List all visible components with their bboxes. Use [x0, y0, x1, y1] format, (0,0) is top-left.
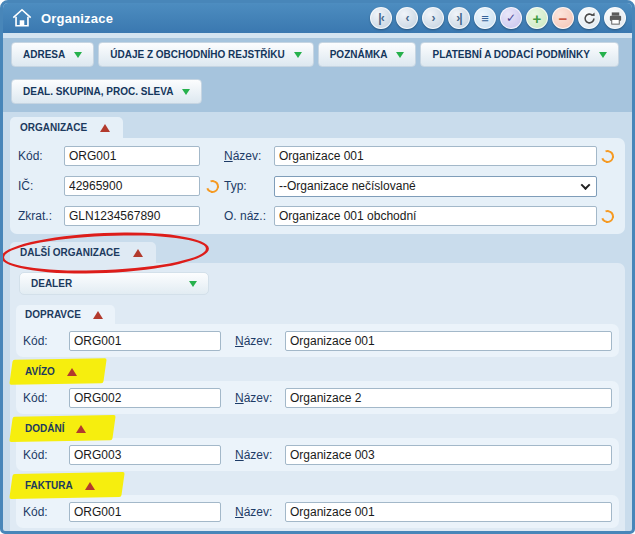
field-row: Kód: Název: — [23, 441, 612, 468]
subsection-avizo-header[interactable]: AVÍZO — [16, 362, 89, 381]
tab-row-1: ADRESA ÚDAJE Z OBCHODNÍHO REJSTŘÍKU POZN… — [3, 38, 632, 67]
section-header-label: DOPRAVCE — [25, 309, 81, 320]
subsection-faktura-panel: Kód: Název: — [16, 495, 619, 528]
subsection-faktura-header[interactable]: FAKTURA — [16, 476, 107, 495]
dealer-dropdown[interactable]: DEALER — [19, 272, 209, 295]
section-header-label: DALŠÍ ORGANIZACE — [20, 247, 120, 258]
chevron-down-icon — [74, 52, 82, 58]
nazev-input[interactable] — [285, 445, 612, 465]
subsection-dopravce-header[interactable]: DOPRAVCE — [16, 305, 115, 324]
chevron-down-icon — [396, 52, 404, 58]
kod-label: Kód: — [23, 448, 69, 462]
subsection-avizo-panel: Kód: Název: — [16, 381, 619, 414]
typ-select[interactable]: --Organizace nečíslované — [274, 176, 597, 197]
organization-window: Organizace |‹ ‹ › ›| ≡ ✓ + − — [0, 0, 635, 534]
collapse-triangle-icon[interactable] — [93, 311, 103, 319]
typ-selected-value: --Organizace nečíslované — [279, 179, 416, 193]
tab-label: ADRESA — [23, 49, 65, 60]
kod-label: Kód: — [23, 334, 69, 348]
tab-platebni-a-dodaci-podminky[interactable]: PLATEBNÍ A DODACÍ PODMÍNKY — [420, 42, 618, 67]
section-header-label: DODÁNÍ — [25, 423, 64, 434]
collapse-triangle-icon[interactable] — [67, 368, 77, 376]
tab-label: PLATEBNÍ A DODACÍ PODMÍNKY — [432, 49, 589, 60]
section-organizace: ORGANIZACE Kód: Název: IČ: Typ: — [10, 117, 625, 234]
subsection-dodani: DODÁNÍ Kód: Název: — [16, 419, 619, 471]
nazev-input[interactable] — [285, 388, 612, 408]
nazev-label: Název: — [235, 391, 285, 405]
section-dalsi-organizace: DALŠÍ ORGANIZACE DEALER DOPRAVCE — [10, 242, 625, 534]
dealer-label: DEALER — [31, 278, 72, 289]
nazev-input[interactable] — [274, 146, 597, 166]
list-button[interactable]: ≡ — [474, 7, 496, 29]
section-dalsi-organizace-header[interactable]: DALŠÍ ORGANIZACE — [10, 242, 156, 263]
nazev-input[interactable] — [285, 502, 612, 522]
sync-icon[interactable] — [203, 177, 220, 194]
home-icon — [11, 7, 33, 29]
tabstrip: ADRESA ÚDAJE Z OBCHODNÍHO REJSTŘÍKU POZN… — [3, 33, 632, 112]
collapse-triangle-icon[interactable] — [76, 425, 86, 433]
onaz-label: O. náz.: — [224, 209, 274, 223]
sync-icon[interactable] — [598, 147, 615, 164]
nazev-label: Název: — [235, 448, 285, 462]
kod-input[interactable] — [69, 388, 221, 408]
subsection-dodani-panel: Kód: Název: — [16, 438, 619, 471]
printer-icon — [608, 11, 623, 26]
page-title: Organizace — [41, 11, 370, 26]
collapse-triangle-icon[interactable] — [100, 124, 110, 132]
subsection-faktura: FAKTURA Kód: Název: — [16, 476, 619, 528]
ic-input[interactable] — [64, 176, 200, 196]
nazev-label: Název: — [235, 505, 285, 519]
kod-label: Kód: — [23, 391, 69, 405]
kod-input[interactable] — [64, 146, 200, 166]
subsection-avizo: AVÍZO Kód: Název: — [16, 362, 619, 414]
section-dalsi-organizace-panel: DEALER DOPRAVCE Kód: Název: — [10, 263, 625, 534]
subsection-dodani-header[interactable]: DODÁNÍ — [16, 419, 98, 438]
chevron-down-icon — [581, 180, 591, 190]
tab-label: ÚDAJE Z OBCHODNÍHO REJSTŘÍKU — [110, 49, 284, 60]
nazev-input[interactable] — [285, 331, 612, 351]
field-row: Kód: Název: — [23, 327, 612, 354]
field-row: Kód: Název: — [23, 384, 612, 411]
refresh-button[interactable] — [578, 7, 600, 29]
tab-label: POZNÁMKA — [330, 49, 388, 60]
content-area: ORGANIZACE Kód: Název: IČ: Typ: — [3, 112, 632, 528]
section-header-label: ORGANIZACE — [20, 122, 87, 133]
field-row: Zkrat.: O. náz.: — [18, 201, 617, 231]
kod-input[interactable] — [69, 445, 221, 465]
chevron-down-icon — [599, 52, 607, 58]
tab-label: DEAL. SKUPINA, PROC. SLEVA — [23, 86, 173, 97]
section-organizace-header[interactable]: ORGANIZACE — [10, 117, 123, 138]
print-button[interactable] — [604, 7, 626, 29]
kod-input[interactable] — [69, 502, 221, 522]
confirm-button[interactable]: ✓ — [500, 7, 522, 29]
section-header-label: FAKTURA — [25, 480, 73, 491]
field-row: IČ: Typ: --Organizace nečíslované — [18, 171, 617, 201]
next-record-button[interactable]: › — [422, 7, 444, 29]
typ-label: Typ: — [224, 179, 274, 193]
tab-poznamka[interactable]: POZNÁMKA — [318, 42, 417, 67]
zkrat-input[interactable] — [64, 206, 200, 226]
first-record-button[interactable]: |‹ — [370, 7, 392, 29]
tab-deal-skupina-proc-sleva[interactable]: DEAL. SKUPINA, PROC. SLEVA — [11, 79, 202, 104]
subsection-dopravce: DOPRAVCE Kód: Název: — [16, 305, 619, 357]
last-record-button[interactable]: ›| — [448, 7, 470, 29]
sync-icon[interactable] — [598, 207, 615, 224]
add-record-button[interactable]: + — [526, 7, 548, 29]
chevron-down-icon — [189, 281, 197, 287]
subsection-dopravce-panel: Kód: Název: — [16, 324, 619, 357]
tab-adresa[interactable]: ADRESA — [11, 42, 94, 67]
onaz-input[interactable] — [274, 206, 597, 226]
kod-input[interactable] — [69, 331, 221, 351]
tab-row-2: DEAL. SKUPINA, PROC. SLEVA — [3, 67, 632, 112]
collapse-triangle-icon[interactable] — [133, 249, 143, 257]
section-header-label: AVÍZO — [25, 366, 55, 377]
chevron-down-icon — [182, 89, 190, 95]
nazev-label: Název: — [235, 334, 285, 348]
nazev-label: Název: — [224, 149, 274, 163]
delete-record-button[interactable]: − — [552, 7, 574, 29]
chevron-down-icon — [294, 52, 302, 58]
previous-record-button[interactable]: ‹ — [396, 7, 418, 29]
collapse-triangle-icon[interactable] — [85, 482, 95, 490]
tab-udaje-z-obchodniho-rejstriku[interactable]: ÚDAJE Z OBCHODNÍHO REJSTŘÍKU — [98, 42, 313, 67]
kod-label: Kód: — [18, 149, 64, 163]
